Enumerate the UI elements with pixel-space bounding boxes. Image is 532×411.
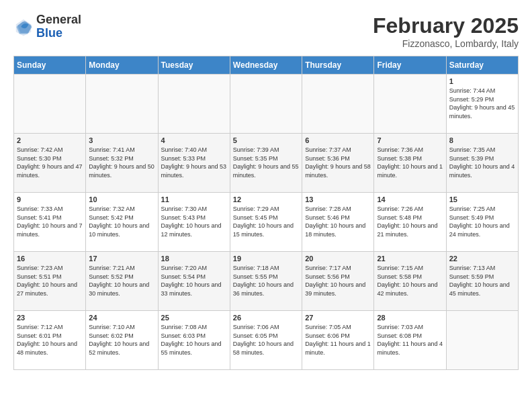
col-header-tuesday: Tuesday: [158, 56, 230, 75]
day-number: 13: [305, 195, 371, 203]
header-row: SundayMondayTuesdayWednesdayThursdayFrid…: [14, 56, 519, 75]
day-cell: 6Sunrise: 7:37 AM Sunset: 5:36 PM Daylig…: [302, 134, 374, 193]
day-number: 17: [89, 255, 154, 263]
day-number: 12: [233, 195, 299, 203]
day-info: Sunrise: 7:44 AM Sunset: 5:29 PM Dayligh…: [449, 87, 515, 120]
day-cell: [302, 75, 374, 134]
day-number: 19: [233, 255, 299, 263]
day-info: Sunrise: 7:05 AM Sunset: 6:06 PM Dayligh…: [305, 323, 371, 357]
day-number: 22: [449, 255, 515, 263]
day-number: 23: [17, 314, 83, 322]
day-cell: 23Sunrise: 7:12 AM Sunset: 6:01 PM Dayli…: [14, 311, 86, 370]
logo-text: General Blue: [36, 13, 81, 40]
day-info: Sunrise: 7:35 AM Sunset: 5:39 PM Dayligh…: [449, 146, 515, 179]
day-cell: 21Sunrise: 7:15 AM Sunset: 5:58 PM Dayli…: [374, 252, 446, 311]
day-info: Sunrise: 7:10 AM Sunset: 6:02 PM Dayligh…: [89, 323, 154, 357]
day-number: 25: [161, 314, 227, 322]
day-info: Sunrise: 7:37 AM Sunset: 5:36 PM Dayligh…: [305, 146, 371, 179]
week-row-3: 16Sunrise: 7:23 AM Sunset: 5:51 PM Dayli…: [14, 252, 519, 311]
day-info: Sunrise: 7:26 AM Sunset: 5:48 PM Dayligh…: [377, 205, 443, 238]
day-info: Sunrise: 7:42 AM Sunset: 5:30 PM Dayligh…: [17, 146, 83, 179]
day-info: Sunrise: 7:20 AM Sunset: 5:54 PM Dayligh…: [161, 264, 227, 298]
day-info: Sunrise: 7:13 AM Sunset: 5:59 PM Dayligh…: [449, 264, 515, 298]
day-number: 24: [89, 314, 154, 322]
day-cell: 12Sunrise: 7:29 AM Sunset: 5:45 PM Dayli…: [230, 193, 302, 252]
day-info: Sunrise: 7:17 AM Sunset: 5:56 PM Dayligh…: [305, 264, 371, 298]
day-info: Sunrise: 7:21 AM Sunset: 5:52 PM Dayligh…: [89, 264, 154, 298]
day-info: Sunrise: 7:33 AM Sunset: 5:41 PM Dayligh…: [17, 205, 83, 238]
week-row-2: 9Sunrise: 7:33 AM Sunset: 5:41 PM Daylig…: [14, 193, 519, 252]
month-title: February 2025: [373, 13, 519, 38]
day-cell: [446, 311, 518, 370]
day-number: 15: [449, 195, 515, 203]
day-number: 4: [161, 136, 227, 144]
day-info: Sunrise: 7:41 AM Sunset: 5:32 PM Dayligh…: [89, 146, 154, 179]
day-cell: 9Sunrise: 7:33 AM Sunset: 5:41 PM Daylig…: [14, 193, 86, 252]
logo-icon: [13, 17, 34, 37]
day-cell: 17Sunrise: 7:21 AM Sunset: 5:52 PM Dayli…: [86, 252, 158, 311]
logo-blue: Blue: [36, 27, 81, 40]
day-cell: 5Sunrise: 7:39 AM Sunset: 5:35 PM Daylig…: [230, 134, 302, 193]
day-cell: 14Sunrise: 7:26 AM Sunset: 5:48 PM Dayli…: [374, 193, 446, 252]
day-info: Sunrise: 7:30 AM Sunset: 5:43 PM Dayligh…: [161, 205, 227, 238]
day-cell: 15Sunrise: 7:25 AM Sunset: 5:49 PM Dayli…: [446, 193, 518, 252]
day-info: Sunrise: 7:29 AM Sunset: 5:45 PM Dayligh…: [233, 205, 299, 238]
col-header-sunday: Sunday: [14, 56, 86, 75]
day-number: 9: [17, 195, 83, 203]
day-info: Sunrise: 7:06 AM Sunset: 6:05 PM Dayligh…: [233, 323, 299, 357]
logo-general: General: [36, 13, 81, 27]
day-info: Sunrise: 7:08 AM Sunset: 6:03 PM Dayligh…: [161, 323, 227, 357]
day-number: 26: [233, 314, 299, 322]
day-number: 6: [305, 136, 371, 144]
day-cell: 25Sunrise: 7:08 AM Sunset: 6:03 PM Dayli…: [158, 311, 230, 370]
week-row-4: 23Sunrise: 7:12 AM Sunset: 6:01 PM Dayli…: [14, 311, 519, 370]
day-info: Sunrise: 7:39 AM Sunset: 5:35 PM Dayligh…: [233, 146, 299, 179]
day-number: 3: [89, 136, 154, 144]
day-number: 1: [449, 77, 515, 85]
day-info: Sunrise: 7:36 AM Sunset: 5:38 PM Dayligh…: [377, 146, 443, 179]
day-cell: 22Sunrise: 7:13 AM Sunset: 5:59 PM Dayli…: [446, 252, 518, 311]
day-info: Sunrise: 7:25 AM Sunset: 5:49 PM Dayligh…: [449, 205, 515, 238]
day-cell: 19Sunrise: 7:18 AM Sunset: 5:55 PM Dayli…: [230, 252, 302, 311]
col-header-wednesday: Wednesday: [230, 56, 302, 75]
day-cell: 26Sunrise: 7:06 AM Sunset: 6:05 PM Dayli…: [230, 311, 302, 370]
day-number: 14: [377, 195, 443, 203]
day-cell: [14, 75, 86, 134]
day-number: 10: [89, 195, 154, 203]
col-header-friday: Friday: [374, 56, 446, 75]
week-row-1: 2Sunrise: 7:42 AM Sunset: 5:30 PM Daylig…: [14, 134, 519, 193]
day-number: 20: [305, 255, 371, 263]
day-cell: 28Sunrise: 7:03 AM Sunset: 6:08 PM Dayli…: [374, 311, 446, 370]
day-cell: 20Sunrise: 7:17 AM Sunset: 5:56 PM Dayli…: [302, 252, 374, 311]
day-cell: 18Sunrise: 7:20 AM Sunset: 5:54 PM Dayli…: [158, 252, 230, 311]
week-row-0: 1Sunrise: 7:44 AM Sunset: 5:29 PM Daylig…: [14, 75, 519, 134]
calendar-table: SundayMondayTuesdayWednesdayThursdayFrid…: [13, 56, 519, 370]
day-info: Sunrise: 7:23 AM Sunset: 5:51 PM Dayligh…: [17, 264, 83, 298]
day-number: 2: [17, 136, 83, 144]
day-number: 11: [161, 195, 227, 203]
day-cell: 4Sunrise: 7:40 AM Sunset: 5:33 PM Daylig…: [158, 134, 230, 193]
day-number: 5: [233, 136, 299, 144]
day-number: 16: [17, 255, 83, 263]
day-cell: 10Sunrise: 7:32 AM Sunset: 5:42 PM Dayli…: [86, 193, 158, 252]
day-info: Sunrise: 7:12 AM Sunset: 6:01 PM Dayligh…: [17, 323, 83, 357]
day-cell: 7Sunrise: 7:36 AM Sunset: 5:38 PM Daylig…: [374, 134, 446, 193]
day-cell: 3Sunrise: 7:41 AM Sunset: 5:32 PM Daylig…: [86, 134, 158, 193]
title-section: February 2025 Fizzonasco, Lombardy, Ital…: [373, 13, 519, 49]
day-cell: [374, 75, 446, 134]
day-info: Sunrise: 7:18 AM Sunset: 5:55 PM Dayligh…: [233, 264, 299, 298]
day-number: 18: [161, 255, 227, 263]
day-number: 21: [377, 255, 443, 263]
logo: General Blue: [13, 13, 81, 40]
day-cell: 8Sunrise: 7:35 AM Sunset: 5:39 PM Daylig…: [446, 134, 518, 193]
day-info: Sunrise: 7:28 AM Sunset: 5:46 PM Dayligh…: [305, 205, 371, 238]
day-info: Sunrise: 7:15 AM Sunset: 5:58 PM Dayligh…: [377, 264, 443, 298]
day-cell: 16Sunrise: 7:23 AM Sunset: 5:51 PM Dayli…: [14, 252, 86, 311]
day-cell: 24Sunrise: 7:10 AM Sunset: 6:02 PM Dayli…: [86, 311, 158, 370]
day-number: 27: [305, 314, 371, 322]
day-cell: 13Sunrise: 7:28 AM Sunset: 5:46 PM Dayli…: [302, 193, 374, 252]
day-cell: [230, 75, 302, 134]
col-header-monday: Monday: [86, 56, 158, 75]
day-number: 7: [377, 136, 443, 144]
day-cell: [86, 75, 158, 134]
